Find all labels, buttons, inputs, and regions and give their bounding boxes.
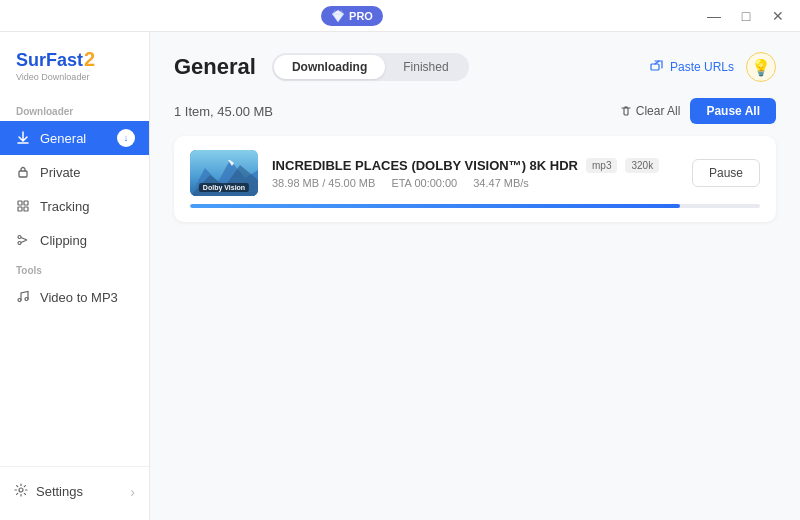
gear-svg bbox=[14, 483, 28, 497]
tag-mp3: mp3 bbox=[586, 158, 617, 173]
download-svg bbox=[16, 131, 30, 145]
svg-rect-0 bbox=[19, 171, 27, 177]
progress-bar-container bbox=[190, 204, 760, 208]
scissors-icon bbox=[14, 231, 32, 249]
paste-urls-button[interactable]: Paste URLs bbox=[650, 60, 734, 74]
sidebar-tracking-label: Tracking bbox=[40, 199, 89, 214]
lock-svg bbox=[16, 165, 30, 179]
tools-section-label: Tools bbox=[0, 257, 149, 280]
svg-rect-1 bbox=[18, 201, 22, 205]
pro-badge[interactable]: PRO bbox=[321, 6, 383, 26]
link-icon bbox=[650, 60, 664, 74]
sidebar-clipping-label: Clipping bbox=[40, 233, 87, 248]
svg-point-9 bbox=[19, 488, 23, 492]
tab-downloading[interactable]: Downloading bbox=[274, 55, 385, 79]
svg-rect-4 bbox=[24, 207, 28, 211]
diamond-icon bbox=[331, 9, 345, 23]
download-eta: ETA 00:00:00 bbox=[391, 177, 457, 189]
svg-point-5 bbox=[18, 236, 21, 239]
svg-rect-3 bbox=[18, 207, 22, 211]
maximize-button[interactable]: □ bbox=[732, 2, 760, 30]
tab-group: Downloading Finished bbox=[272, 53, 469, 81]
sidebar: SurFast2 Video Downloader Downloader Gen… bbox=[0, 32, 150, 520]
stats-count: 1 Item, 45.00 MB bbox=[174, 104, 273, 119]
svg-point-8 bbox=[25, 298, 28, 301]
settings-item[interactable]: Settings › bbox=[0, 475, 149, 508]
main-header: General Downloading Finished Paste URLs … bbox=[174, 52, 776, 82]
download-meta: 38.98 MB / 45.00 MB ETA 00:00:00 34.47 M… bbox=[272, 177, 678, 189]
sidebar-item-tracking[interactable]: Tracking bbox=[0, 189, 149, 223]
tag-bitrate: 320k bbox=[625, 158, 659, 173]
download-info: INCREDIBLE PLACES (DOLBY VISION™) 8K HDR… bbox=[272, 158, 678, 189]
sidebar-bottom: Settings › bbox=[0, 466, 149, 508]
minimize-button[interactable]: — bbox=[700, 2, 728, 30]
header-right: Paste URLs 💡 bbox=[650, 52, 776, 82]
header-left: General Downloading Finished bbox=[174, 53, 469, 81]
pause-all-button[interactable]: Pause All bbox=[690, 98, 776, 124]
grid-icon bbox=[14, 197, 32, 215]
download-title: INCREDIBLE PLACES (DOLBY VISION™) 8K HDR bbox=[272, 158, 578, 173]
download-size: 38.98 MB / 45.00 MB bbox=[272, 177, 375, 189]
titlebar: PRO — □ ✕ bbox=[0, 0, 800, 32]
sidebar-video-to-mp3-label: Video to MP3 bbox=[40, 290, 118, 305]
scissors-svg bbox=[16, 233, 30, 247]
download-item: Dolby Vision INCREDIBLE PLACES (DOLBY VI… bbox=[174, 136, 776, 222]
svg-point-6 bbox=[18, 242, 21, 245]
logo-subtitle: Video Downloader bbox=[16, 72, 133, 82]
lightbulb-button[interactable]: 💡 bbox=[746, 52, 776, 82]
sidebar-item-video-to-mp3[interactable]: Video to MP3 bbox=[0, 280, 149, 314]
download-badge: ↓ bbox=[117, 129, 135, 147]
logo-text-main: SurFast bbox=[16, 50, 83, 71]
gear-icon bbox=[14, 483, 28, 500]
clear-all-button[interactable]: Clear All bbox=[620, 104, 681, 118]
download-speed: 34.47 MB/s bbox=[473, 177, 529, 189]
progress-bar-fill bbox=[190, 204, 680, 208]
sidebar-item-clipping[interactable]: Clipping bbox=[0, 223, 149, 257]
close-button[interactable]: ✕ bbox=[764, 2, 792, 30]
thumbnail: Dolby Vision bbox=[190, 150, 258, 196]
sidebar-item-private[interactable]: Private bbox=[0, 155, 149, 189]
download-item-top: Dolby Vision INCREDIBLE PLACES (DOLBY VI… bbox=[190, 150, 760, 196]
download-title-row: INCREDIBLE PLACES (DOLBY VISION™) 8K HDR… bbox=[272, 158, 678, 173]
sidebar-general-label: General bbox=[40, 131, 86, 146]
stats-bar: 1 Item, 45.00 MB Clear All Pause All bbox=[174, 98, 776, 124]
svg-rect-10 bbox=[651, 64, 659, 70]
downloader-section-label: Downloader bbox=[0, 98, 149, 121]
grid-svg bbox=[16, 199, 30, 213]
music-icon bbox=[14, 288, 32, 306]
page-title: General bbox=[174, 54, 256, 80]
sidebar-item-general[interactable]: General ↓ bbox=[0, 121, 149, 155]
tab-finished[interactable]: Finished bbox=[385, 55, 466, 79]
thumbnail-dolby-label: Dolby Vision bbox=[199, 183, 249, 192]
logo: SurFast2 Video Downloader bbox=[0, 44, 149, 98]
download-icon bbox=[14, 129, 32, 147]
stats-actions: Clear All Pause All bbox=[620, 98, 776, 124]
app-name: SurFast2 bbox=[16, 48, 133, 71]
settings-chevron: › bbox=[130, 484, 135, 500]
app-layout: SurFast2 Video Downloader Downloader Gen… bbox=[0, 32, 800, 520]
music-svg bbox=[16, 290, 30, 304]
trash-icon bbox=[620, 105, 632, 117]
main-content: General Downloading Finished Paste URLs … bbox=[150, 32, 800, 520]
svg-point-7 bbox=[18, 299, 21, 302]
svg-rect-2 bbox=[24, 201, 28, 205]
pause-button[interactable]: Pause bbox=[692, 159, 760, 187]
lock-icon bbox=[14, 163, 32, 181]
settings-left: Settings bbox=[14, 483, 83, 500]
settings-label: Settings bbox=[36, 484, 83, 499]
sidebar-private-label: Private bbox=[40, 165, 80, 180]
